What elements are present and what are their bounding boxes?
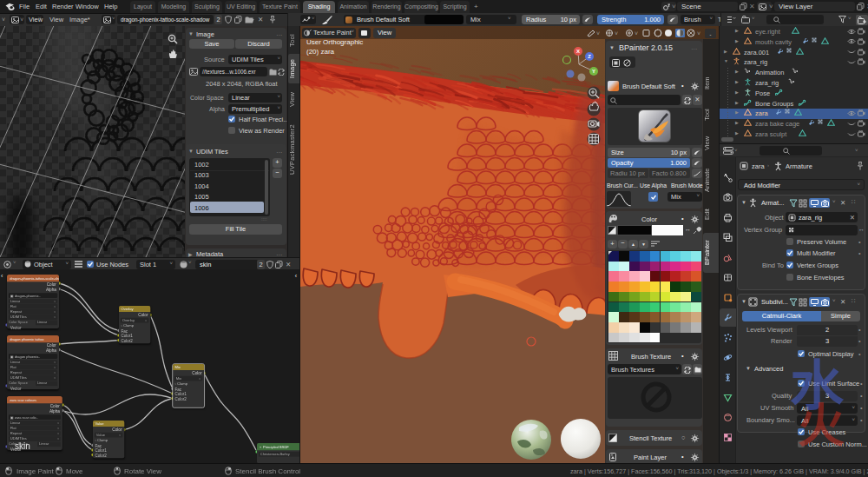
svg-text:˅: ˅ [615, 30, 618, 36]
svg-text:˅: ˅ [596, 30, 600, 36]
svg-text:User Orthographic: User Orthographic [306, 38, 363, 46]
svg-text:X: X [576, 49, 580, 54]
svg-text:˅: ˅ [697, 30, 700, 36]
svg-text:˅: ˅ [635, 30, 638, 36]
svg-text:(20) zara: (20) zara [306, 48, 335, 56]
svg-text:Z: Z [588, 54, 591, 59]
svg-text:Y: Y [592, 69, 595, 74]
